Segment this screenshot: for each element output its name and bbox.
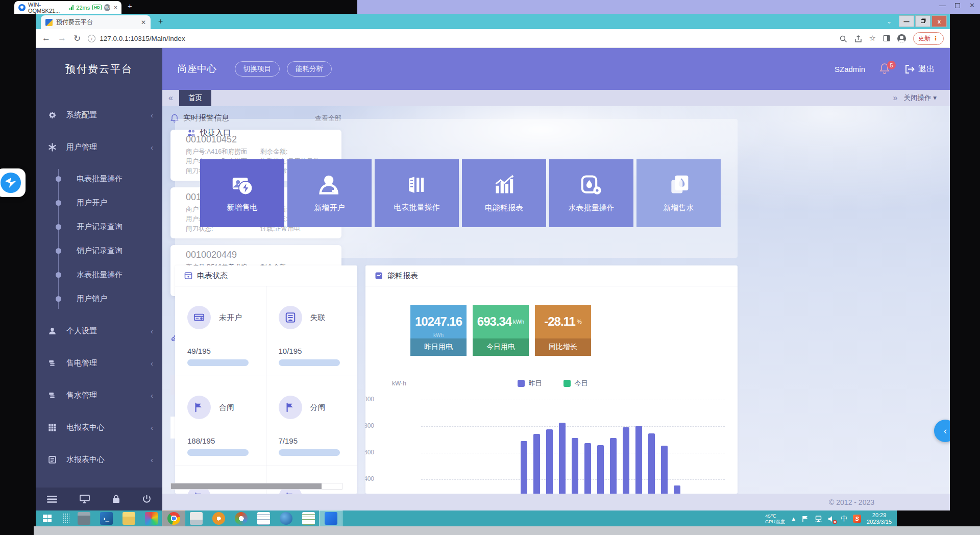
todesk-floating-bubble[interactable] — [0, 168, 26, 197]
sidebar-item-6[interactable]: 电报表中心‹ — [36, 418, 162, 436]
sidebar-item-label: 售水管理 — [66, 391, 151, 400]
meter-status-progressbar — [279, 359, 340, 366]
update-button[interactable]: 更新⋮ — [913, 32, 944, 45]
lock-icon[interactable] — [112, 495, 120, 503]
new-session-button[interactable]: + — [128, 2, 132, 10]
energy-report-title: 能耗报表 — [387, 271, 418, 281]
switch-project-button[interactable]: 切换项目 — [235, 61, 280, 77]
sidebar-item-4[interactable]: 售电管理‹ — [36, 354, 162, 372]
favicon-icon — [45, 19, 53, 26]
person-icon — [48, 327, 57, 335]
volume-muted-icon[interactable] — [828, 514, 835, 523]
share-icon[interactable] — [854, 34, 862, 43]
client-maximize-button[interactable] — [955, 3, 960, 8]
taskbar-clock[interactable]: 20:292023/3/15 — [867, 512, 892, 525]
scroll-tabs-right-icon[interactable]: » — [887, 93, 904, 103]
legend-item-今日[interactable]: 今日 — [564, 379, 588, 388]
menu-dots-icon[interactable]: ⋮ — [933, 35, 939, 42]
window-close-button[interactable]: x — [932, 15, 947, 27]
quick-entry-title: 快捷入口 — [200, 128, 231, 138]
action-center-flag-icon[interactable] — [802, 514, 809, 523]
notifications-bell-icon[interactable]: 5 — [879, 63, 893, 75]
energy-stat-box: 693.34kWh今日用电 — [473, 305, 529, 356]
reload-button[interactable]: ↻ — [74, 33, 81, 44]
taskbar-notepad[interactable] — [252, 510, 275, 526]
side-panel-icon[interactable] — [883, 35, 890, 41]
windows-taskbar: ›_ 45℃CPU温度 ▲ 中 S 20:292023/3/15 — [36, 510, 897, 526]
latency-label: 22ms — [76, 5, 90, 11]
page-tabstrip: « 首页 » 关闭操作 ▾ — [162, 90, 950, 106]
taskbar-chrome[interactable] — [162, 510, 185, 526]
energy-stat-caption: 同比增长 — [535, 338, 591, 356]
sidebar-subitem[interactable]: 开户记录查询 — [36, 215, 162, 239]
quick-tile-新增开户[interactable]: 新增开户 — [287, 159, 372, 227]
meter-status-card: 合闸188/195 — [175, 376, 266, 466]
browser-toolbar: ← → ↻ i 127.0.0.1:10315/Main/Index ☆ 更新⋮ — [36, 29, 950, 48]
tray-expand-icon[interactable]: ▲ — [791, 516, 796, 522]
close-operations-dropdown[interactable]: 关闭操作 ▾ — [903, 93, 950, 103]
monitor-icon[interactable] — [80, 495, 90, 503]
sidebar-item-2[interactable]: 用户管理‹ — [36, 138, 162, 156]
sidebar-item-7[interactable]: 水报表中心‹ — [36, 450, 162, 469]
sidebar-item-1[interactable]: 系统配置‹ — [36, 106, 162, 124]
quick-tile-新增售水[interactable]: 新增售水 — [636, 159, 721, 227]
sidebar-subitem[interactable]: 用户销户 — [36, 287, 162, 311]
close-session-icon[interactable]: × — [114, 4, 117, 11]
meter-card-icon — [187, 306, 211, 329]
network-icon[interactable] — [815, 514, 822, 523]
taskbar-report-viewer[interactable] — [297, 510, 320, 526]
quick-tile-新增售电[interactable]: 新增售电 — [200, 159, 284, 227]
legend-item-昨日[interactable]: 昨日 — [518, 379, 542, 388]
zoom-icon[interactable] — [840, 34, 847, 43]
taskbar-network-app[interactable] — [230, 510, 252, 526]
client-minimize-button[interactable]: — — [939, 2, 946, 9]
taskbar-settings-app[interactable] — [207, 510, 230, 526]
quick-tile-水表批量操作[interactable]: 水表批量操作 — [549, 159, 633, 227]
taskbar-todesk[interactable] — [320, 510, 342, 526]
quick-tile-电能耗报表[interactable]: 电能耗报表 — [462, 159, 546, 227]
chevron-down-icon[interactable]: ⌄ — [887, 18, 892, 25]
sidebar-subitem[interactable]: 电表批量操作 — [36, 167, 162, 191]
taskbar-snipping-tool[interactable] — [185, 510, 207, 526]
taskbar-server-manager[interactable] — [72, 510, 95, 526]
sogou-ime-icon[interactable]: S — [853, 515, 861, 523]
energy-analysis-button[interactable]: 能耗分析 — [287, 61, 332, 77]
meter-status-card: 失联10/195 — [266, 286, 358, 376]
ime-indicator[interactable]: 中 — [841, 514, 847, 523]
meter-status-label: 失联 — [310, 313, 326, 323]
sidebar-item-5[interactable]: 售水管理‹ — [36, 386, 162, 404]
y-axis-tick: 600 — [365, 449, 374, 456]
quick-tile-电表批量操作[interactable]: 电表批量操作 — [375, 159, 459, 227]
sidebar-subitem[interactable]: 水表批量操作 — [36, 263, 162, 287]
start-button[interactable] — [36, 510, 58, 526]
taskbar-media-player[interactable] — [140, 510, 162, 526]
taskbar-file-explorer[interactable] — [117, 510, 140, 526]
tab-home[interactable]: 首页 — [179, 90, 211, 106]
sidebar-subitem[interactable]: 用户开户 — [36, 191, 162, 215]
window-minimize-button[interactable]: — — [899, 15, 914, 27]
sidebar-item-3[interactable]: 个人设置‹ — [36, 322, 162, 340]
snipping-tool-icon — [190, 512, 203, 525]
profile-avatar[interactable] — [897, 34, 906, 43]
hamburger-menu-icon[interactable] — [47, 496, 57, 503]
taskbar-admin-tools[interactable] — [275, 510, 297, 526]
scroll-tabs-left-icon[interactable]: « — [162, 93, 179, 103]
remote-session-tab[interactable]: WIN-OQMSK21... 22ms HD RU × — [14, 1, 121, 14]
window-restore-button[interactable] — [915, 15, 930, 27]
close-tab-icon[interactable]: ✕ — [141, 19, 146, 26]
site-info-icon[interactable]: i — [88, 35, 95, 42]
address-bar[interactable]: 127.0.0.1:10315/Main/Index — [100, 35, 185, 42]
logout-button[interactable]: 退出 — [905, 64, 935, 75]
forward-button[interactable]: → — [58, 33, 66, 43]
taskbar-powershell[interactable]: ›_ — [95, 510, 117, 526]
collapse-handle-button[interactable]: ‹ — [934, 420, 950, 442]
meter-status-label: 未开户 — [219, 313, 242, 323]
sidebar-subitem[interactable]: 销户记录查询 — [36, 239, 162, 263]
power-icon[interactable] — [142, 495, 151, 503]
new-tab-button[interactable]: + — [158, 17, 163, 26]
client-close-button[interactable]: ✕ — [969, 2, 975, 9]
back-button[interactable]: ← — [42, 33, 51, 43]
browser-tab[interactable]: 预付费云平台 ✕ — [41, 15, 151, 29]
energy-report-icon — [375, 272, 383, 280]
bookmark-star-icon[interactable]: ☆ — [869, 34, 876, 43]
